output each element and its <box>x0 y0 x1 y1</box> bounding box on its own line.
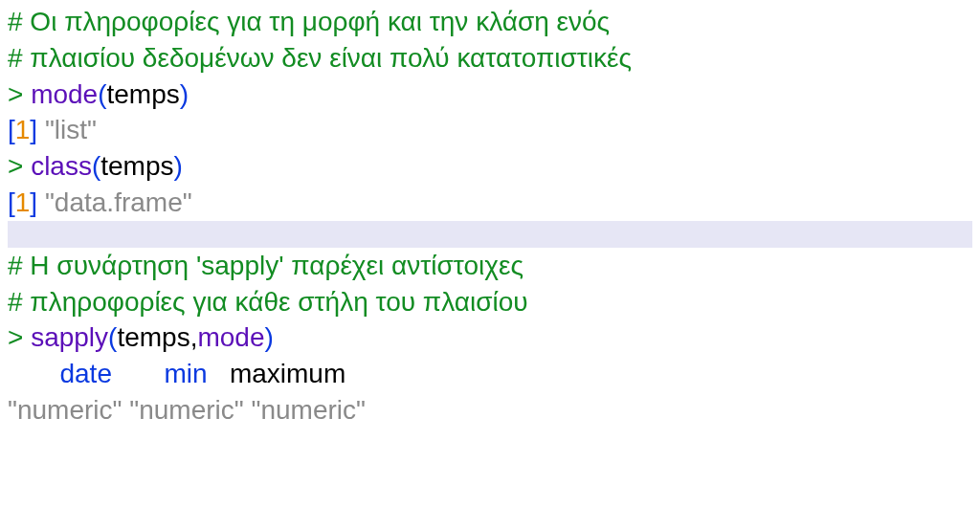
column-header-maximum: maximum <box>230 359 345 388</box>
open-paren: ( <box>108 322 117 352</box>
cell-maximum: "numeric" <box>252 395 366 425</box>
bracket-close: ] <box>30 187 37 217</box>
output-index: 1 <box>15 187 31 217</box>
code-line-class: > class(temps) <box>8 148 972 185</box>
code-line-sapply: > sapply(temps,mode) <box>8 319 972 356</box>
open-paren: ( <box>98 79 106 109</box>
function-name: mode <box>31 79 98 109</box>
cell-min: "numeric" <box>129 395 243 425</box>
argument: temps <box>100 151 173 181</box>
column-header-date: date <box>59 359 112 388</box>
argument-1: temps <box>117 322 189 352</box>
space <box>244 395 252 425</box>
output-line-class: [1] "data.frame" <box>8 185 972 221</box>
comment-line-3: # Η συνάρτηση 'sapply' παρέχει αντίστοιχ… <box>8 248 972 284</box>
comment-text: # Οι πληροφορίες για τη μορφή και την κλ… <box>8 7 610 36</box>
function-name: sapply <box>31 322 108 352</box>
section-divider <box>8 221 972 248</box>
output-header-line: date min maximum <box>8 356 972 392</box>
comment-line-4: # πληροφορίες για κάθε στήλη του πλαισίο… <box>8 284 972 320</box>
code-line-mode: > mode(temps) <box>8 77 972 113</box>
space <box>37 187 45 217</box>
argument: temps <box>107 79 180 109</box>
pad <box>8 359 59 388</box>
comment-text: # Η συνάρτηση 'sapply' παρέχει αντίστοιχ… <box>8 251 523 280</box>
close-paren: ) <box>174 151 183 181</box>
bracket-open: [ <box>8 115 15 144</box>
output-value: "data.frame" <box>45 187 192 217</box>
bracket-close: ] <box>30 115 37 144</box>
cell-date: "numeric" <box>8 395 122 425</box>
comment-text: # πλαισίου δεδομένων δεν είναι πολύ κατα… <box>8 43 632 73</box>
bracket-open: [ <box>8 187 15 217</box>
close-paren: ) <box>264 322 273 352</box>
output-row-line: "numeric" "numeric" "numeric" <box>8 392 972 429</box>
pad <box>208 359 230 388</box>
column-header-min: min <box>164 359 207 388</box>
prompt: > <box>8 79 31 109</box>
space <box>37 115 45 144</box>
comment-line-2: # πλαισίου δεδομένων δεν είναι πολύ κατα… <box>8 40 972 77</box>
function-name: class <box>31 151 92 181</box>
output-index: 1 <box>15 115 31 144</box>
output-line-mode: [1] "list" <box>8 112 972 148</box>
comment-text: # πληροφορίες για κάθε στήλη του πλαισίο… <box>8 287 528 317</box>
pad <box>112 359 164 388</box>
argument-2: mode <box>197 322 264 352</box>
comment-line-1: # Οι πληροφορίες για τη μορφή και την κλ… <box>8 4 972 40</box>
close-paren: ) <box>180 79 189 109</box>
output-value: "list" <box>45 115 97 144</box>
prompt: > <box>8 322 31 352</box>
prompt: > <box>8 151 31 181</box>
open-paren: ( <box>92 151 100 181</box>
